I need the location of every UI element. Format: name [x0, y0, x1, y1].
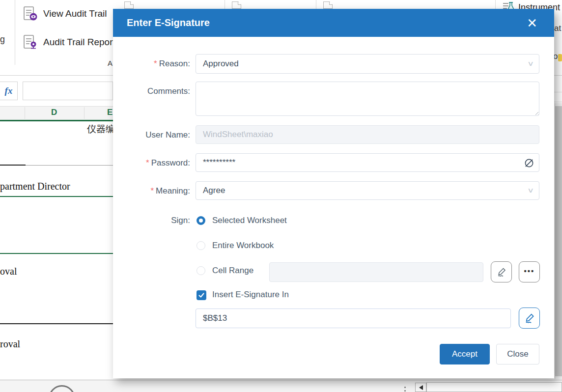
esignature-dialog: Enter E-Signature ✕ *Reason: Approved ∨ … [113, 9, 554, 378]
selected-column-underline [0, 120, 113, 121]
view-audit-trail-label: View Audit Trail [43, 8, 107, 19]
close-icon[interactable]: ✕ [527, 17, 537, 29]
scroll-left-button[interactable] [415, 383, 426, 392]
app-window: g View Audit Trail [0, 0, 562, 392]
sign-location-button[interactable] [519, 308, 540, 329]
meaning-label: *Meaning: [113, 186, 190, 196]
audit-trail-reports-label: Audit Trail Reports [43, 37, 120, 48]
close-button[interactable]: Close [496, 344, 539, 364]
pick-range-button[interactable] [491, 261, 512, 282]
reason-label: *Reason: [113, 59, 190, 69]
ribbon-divider [495, 0, 496, 9]
highlight-chip [558, 54, 562, 61]
cell-border-dark [0, 165, 26, 166]
green-cell-border [0, 196, 113, 197]
cell-reference-input[interactable] [196, 308, 511, 328]
page-icon [124, 1, 134, 9]
required-asterisk: * [150, 186, 154, 196]
ribbon-divider [225, 0, 225, 9]
ribbon-bottom-border [0, 75, 113, 76]
radio-cell-range[interactable] [197, 266, 205, 275]
cell-text-roval: roval [0, 338, 20, 350]
dialog-title: Enter E-Signature [127, 17, 210, 28]
required-asterisk: * [146, 158, 149, 168]
radio-selected-worksheet[interactable] [197, 216, 205, 225]
formula-bar-edge [554, 92, 562, 92]
comments-textarea[interactable] [196, 82, 539, 116]
signature-pen-icon [496, 267, 507, 278]
formula-input[interactable] [23, 82, 113, 100]
radio-entire-workbook-label: Entire Workbook [212, 241, 274, 251]
comments-label: Comments: [113, 86, 190, 96]
green-cell-border [0, 253, 113, 254]
right-partial-text-top: at [554, 24, 561, 33]
ribbon-group-partial-label: A [108, 59, 112, 67]
audit-eye-document-icon [23, 6, 38, 22]
dialog-header: Enter E-Signature ✕ [113, 9, 554, 37]
cell-text-cn: 仪器编 [87, 123, 113, 136]
audit-report-document-icon [23, 34, 38, 50]
password-field[interactable] [196, 153, 539, 172]
eye-slash-icon[interactable] [524, 158, 534, 168]
column-header-d[interactable]: D [51, 108, 57, 117]
cell-range-input [269, 262, 483, 282]
user-name-label: User Name: [113, 130, 190, 140]
cell-text-oval: oval [0, 266, 17, 277]
user-name-field [196, 125, 539, 144]
ellipsis-icon: ••• [524, 267, 535, 275]
ribbon-bottom-border [554, 75, 562, 76]
column-separator [25, 107, 25, 119]
fx-label-box: fx [0, 82, 18, 100]
column-header-e[interactable]: E [107, 108, 112, 117]
accept-button[interactable]: Accept [440, 344, 490, 364]
view-audit-trail-button[interactable]: View Audit Trail [23, 6, 107, 22]
horizontal-scrollbar-track[interactable] [426, 382, 562, 392]
chevron-down-icon: ∨ [527, 186, 534, 194]
reason-select[interactable]: Approved ∨ [196, 54, 539, 74]
radio-cell-range-label: Cell Range [212, 266, 253, 276]
sign-label: Sign: [113, 216, 190, 225]
page-icon [323, 1, 333, 9]
formula-bar-edge [554, 102, 562, 102]
meaning-value: Agree [203, 186, 225, 196]
reason-value: Approved [203, 59, 239, 69]
ribbon-divider [316, 0, 316, 9]
vertical-scrollbar-thumb[interactable] [555, 106, 562, 376]
password-label: *Password: [113, 158, 190, 168]
check-icon [198, 292, 205, 299]
more-options-button[interactable]: ••• [519, 261, 540, 282]
insert-esignature-checkbox[interactable] [197, 290, 206, 300]
radio-selected-worksheet-label: Selected Worksheet [212, 216, 287, 225]
chevron-down-icon: ∨ [527, 59, 534, 67]
ribbon-partial-label: g [0, 34, 5, 45]
meaning-select[interactable]: Agree ∨ [196, 181, 539, 200]
fx-icon: fx [5, 85, 13, 96]
page-icon [232, 1, 241, 9]
cell-text-director: partment Director [0, 181, 70, 192]
required-asterisk: * [154, 59, 157, 68]
left-triangle-icon [419, 385, 423, 390]
signature-pen-icon [524, 312, 535, 324]
radio-entire-workbook[interactable] [197, 241, 205, 250]
ribbon-divider [15, 0, 15, 65]
tab-splitter-handle[interactable] [404, 386, 406, 392]
column-separator [84, 107, 84, 119]
insert-esignature-label: Insert E-Signature In [212, 290, 289, 300]
audit-trail-reports-button[interactable]: Audit Trail Reports [23, 34, 120, 50]
black-cell-border [0, 323, 113, 324]
